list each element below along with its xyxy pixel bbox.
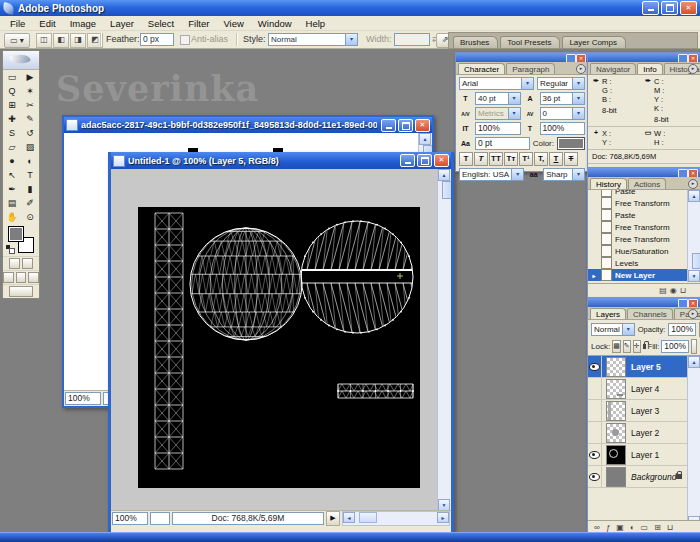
character-tab-character[interactable]: Character	[458, 63, 505, 74]
selection-combine-icon-0[interactable]: ◫	[36, 33, 52, 48]
selection-combine-icon-2[interactable]: ◨	[70, 33, 86, 48]
text-color-swatch[interactable]	[557, 137, 585, 150]
visibility-toggle[interactable]	[588, 422, 602, 443]
standard-mode-button[interactable]	[9, 258, 20, 269]
blur-tool[interactable]: ●	[3, 154, 21, 168]
type-style-button-1[interactable]: T	[474, 152, 488, 166]
scrollbar-thumb[interactable]	[442, 181, 451, 199]
history-state-paste[interactable]: Paste	[588, 209, 688, 221]
font-size-select[interactable]: 40 pt▾	[475, 92, 521, 105]
history-state-new-layer[interactable]: ▸New Layer	[588, 269, 688, 281]
move-tool[interactable]: ▶	[21, 70, 39, 84]
antialias-checkbox[interactable]	[180, 35, 190, 45]
type-style-button-2[interactable]: TT	[489, 152, 503, 166]
fullscreen-menubar-button[interactable]	[16, 272, 27, 283]
quick-mask-mode-button[interactable]	[22, 258, 33, 269]
visibility-toggle[interactable]	[588, 356, 602, 377]
selection-combine-icon-1[interactable]: ◧	[53, 33, 69, 48]
scroll-left-icon[interactable]: ◄	[343, 512, 355, 523]
layer-row-layer-4[interactable]: Layer 4	[588, 378, 688, 400]
history-state-hue-saturation[interactable]: Hue/Saturation	[588, 245, 688, 257]
palette-menu-button[interactable]: ▸	[688, 179, 698, 189]
type-style-button-4[interactable]: T¹	[519, 152, 533, 166]
style-select[interactable]: Normal ▾	[268, 33, 358, 46]
palette-well-tab-tool-presets[interactable]: Tool Presets	[500, 36, 560, 48]
doc1-maximize-button[interactable]	[398, 119, 413, 132]
status-popup-button[interactable]: ▶	[326, 511, 340, 526]
font-family-select[interactable]: Arial▾	[459, 77, 534, 90]
menu-filter[interactable]: Filter	[181, 18, 216, 29]
scroll-up-icon[interactable]: ▲	[688, 356, 700, 368]
type-style-button-7[interactable]: Ŧ	[564, 152, 578, 166]
palette-well-tab-layer-comps[interactable]: Layer Comps	[562, 36, 626, 48]
menu-image[interactable]: Image	[63, 18, 103, 29]
lock-all-button[interactable]	[643, 344, 646, 349]
language-select[interactable]: English: USA▾	[459, 168, 524, 181]
width-input[interactable]	[394, 33, 430, 46]
palette-titlebar[interactable]: ✕	[588, 53, 700, 62]
type-tool[interactable]: T	[21, 168, 39, 182]
feather-input[interactable]: 0 px	[140, 33, 174, 46]
scrollbar-thumb[interactable]	[692, 253, 700, 269]
layer-row-layer-2[interactable]: Layer 2	[588, 422, 688, 444]
new-snapshot-button[interactable]: ◉	[670, 285, 677, 296]
doc1-titlebar[interactable]: adac5acc-2817-49c1-b9bf-0d382e950f1f_849…	[64, 117, 432, 133]
slice-tool[interactable]: ✂	[21, 98, 39, 112]
layers-scrollbar[interactable]: ▲ ▼	[687, 356, 700, 528]
doc2-horizontal-scrollbar[interactable]: ◄ ►	[342, 511, 450, 526]
layer-thumbnail[interactable]	[606, 357, 626, 377]
history-state-levels[interactable]: Levels	[588, 257, 688, 269]
type-style-button-3[interactable]: Tт	[504, 152, 518, 166]
layer-thumbnail[interactable]	[606, 423, 626, 443]
document-window-2[interactable]: Untitled-1 @ 100% (Layer 5, RGB/8) ✕ ▲ ▼…	[108, 152, 454, 535]
layers-tab-layers[interactable]: Layers	[590, 308, 626, 319]
menu-edit[interactable]: Edit	[32, 18, 62, 29]
menu-view[interactable]: View	[216, 18, 250, 29]
visibility-toggle[interactable]	[588, 378, 602, 399]
doc1-minimize-button[interactable]	[381, 119, 396, 132]
menu-help[interactable]: Help	[299, 18, 333, 29]
kerning-select[interactable]: Metrics▾	[475, 107, 521, 120]
gradient-tool[interactable]: ▨	[21, 140, 39, 154]
doc2-titlebar[interactable]: Untitled-1 @ 100% (Layer 5, RGB/8) ✕	[111, 152, 451, 169]
palette-menu-button[interactable]: ▸	[688, 64, 698, 74]
clone-stamp-tool[interactable]: S	[3, 126, 21, 140]
scroll-up-icon[interactable]: ▲	[688, 190, 700, 202]
baseline-shift-field[interactable]: 0 pt	[475, 137, 530, 150]
layer-row-background[interactable]: Background	[588, 466, 688, 488]
layer-thumbnail[interactable]	[606, 445, 626, 465]
layer-thumbnail[interactable]	[606, 401, 626, 421]
tool-preset-picker[interactable]: ▭ ▾	[4, 33, 30, 48]
tracking-select[interactable]: 0▾	[540, 107, 586, 120]
doc2-vertical-scrollbar[interactable]: ▲ ▼	[437, 169, 451, 511]
hand-tool[interactable]: ✋	[3, 210, 21, 224]
scroll-right-icon[interactable]: ►	[437, 512, 449, 523]
palette-menu-button[interactable]: ▸	[576, 64, 586, 74]
history-state-free-transform[interactable]: Free Transform	[588, 221, 688, 233]
fill-slider-button[interactable]	[691, 339, 697, 354]
doc2-doc-size[interactable]: Doc: 768,8K/5,69M	[172, 512, 324, 525]
type-style-button-0[interactable]: T	[459, 152, 473, 166]
jump-to-imageready-button[interactable]	[9, 286, 33, 297]
windows-taskbar[interactable]	[0, 532, 700, 542]
doc2-zoom-field[interactable]: 100%	[112, 512, 148, 525]
eyedropper-tool[interactable]: ✐	[21, 196, 39, 210]
layer-thumbnail[interactable]	[606, 467, 626, 487]
info-tab-navigator[interactable]: Navigator	[590, 63, 636, 74]
app-minimize-button[interactable]	[642, 1, 659, 15]
type-style-button-5[interactable]: T,	[534, 152, 548, 166]
palette-titlebar[interactable]: ✕	[456, 53, 588, 62]
pen-tool[interactable]: ✒	[3, 182, 21, 196]
doc2-minimize-button[interactable]	[400, 154, 415, 167]
palette-well-tab-brushes[interactable]: Brushes	[453, 36, 498, 48]
info-tab-info[interactable]: Info	[637, 63, 662, 74]
foreground-color-swatch[interactable]	[8, 226, 24, 242]
doc1-zoom-field[interactable]: 100%	[65, 392, 101, 405]
crop-tool[interactable]: ⊞	[3, 98, 21, 112]
lock-paint-button[interactable]: ✎	[623, 340, 631, 353]
history-tab-history[interactable]: History	[590, 178, 627, 189]
layer-row-layer-5[interactable]: Layer 5	[588, 356, 688, 378]
notes-tool[interactable]: ▤	[3, 196, 21, 210]
standard-screen-button[interactable]	[3, 272, 14, 283]
history-state-paste[interactable]: Paste	[588, 190, 688, 197]
